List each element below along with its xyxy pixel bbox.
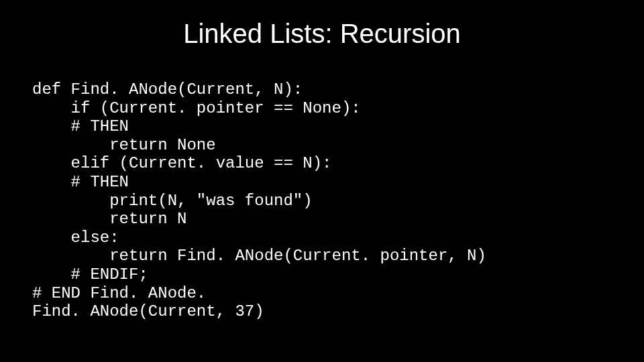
slide: Linked Lists: Recursion def Find. ANode(… [0,0,644,362]
slide-title: Linked Lists: Recursion [0,0,644,49]
code-block: def Find. ANode(Current, N): if (Current… [32,80,486,321]
